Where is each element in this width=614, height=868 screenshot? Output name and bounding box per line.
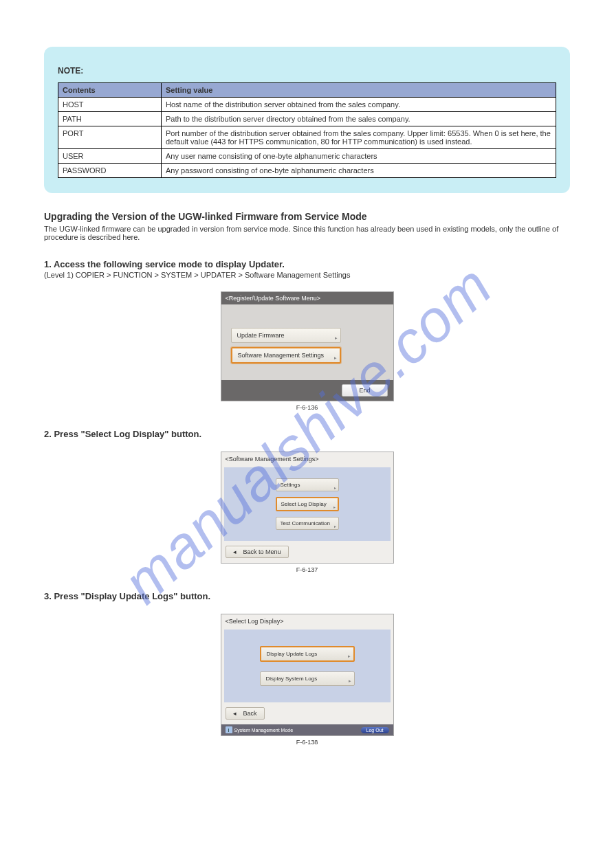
button-label: Log Out [366,728,384,733]
button-label: Back [243,710,257,717]
button-label: Display Update Logs [267,651,318,657]
button-label: Settings [281,482,300,488]
software-management-settings-button[interactable]: Software Management Settings ▸ [231,347,341,364]
end-button[interactable]: End [342,384,387,397]
chevron-right-icon: ▸ [334,485,336,490]
step-3-title: 3. Press "Display Update Logs" button. [44,591,570,601]
button-label: Back to Menu [243,548,281,555]
chevron-left-icon: ◂ [233,710,237,717]
note-table: Contents Setting value HOST Host name of… [58,82,556,178]
table-row: PASSWORD Any password consisting of one-… [58,164,556,178]
settings-button[interactable]: Settings ▸ [276,478,339,491]
cell-val: Any password consisting of one-byte alph… [162,164,556,178]
step-2-title: 2. Press "Select Log Display" button. [44,429,570,439]
button-label: Update Firmware [237,332,285,339]
status-text: System Management Mode [234,728,294,733]
figure-3-caption: F-6-138 [221,739,394,746]
test-communication-button[interactable]: Test Communication ▸ [276,517,339,530]
button-label: Software Management Settings [238,352,325,359]
button-label: Select Log Display [281,501,327,507]
figure-1: <Register/Update Software Menu> Update F… [221,291,394,411]
button-label: Display System Logs [266,676,318,682]
back-to-menu-button[interactable]: ◂ Back to Menu [226,546,289,558]
cell-val: Any user name consisting of one-byte alp… [162,149,556,164]
note-box: NOTE: Contents Setting value HOST Host n… [44,47,570,193]
chevron-right-icon: ▸ [334,524,336,528]
figure-2: <Software Management Settings> Settings … [221,452,394,573]
chevron-right-icon: ▸ [349,678,351,684]
update-firmware-button[interactable]: Update Firmware ▸ [231,328,341,343]
table-row: HOST Host name of the distribution serve… [58,98,556,112]
chevron-right-icon: ▸ [335,335,338,341]
display-system-logs-button[interactable]: Display System Logs ▸ [260,671,355,686]
button-label: Test Communication [281,520,330,526]
table-header-value: Setting value [162,83,556,98]
chevron-right-icon: ▸ [333,504,336,509]
panel3-header: <Select Log Display> [221,614,393,628]
cell-val: Port number of the distribution server o… [162,126,556,149]
table-row: PATH Path to the distribution server dir… [58,112,556,126]
back-button[interactable]: ◂ Back [226,707,265,720]
section-heading: Upgrading the Version of the UGW-linked … [44,211,570,222]
chevron-left-icon: ◂ [233,548,237,555]
figure-2-caption: F-6-137 [221,566,394,573]
figure-3: <Select Log Display> Display Update Logs… [221,614,394,746]
cell-val: Path to the distribution server director… [162,112,556,126]
logout-button[interactable]: Log Out [361,727,389,733]
cell-key: PORT [58,126,162,149]
panel1-header: <Register/Update Software Menu> [221,292,393,304]
figure-1-caption: F-6-136 [221,404,394,411]
panel2-header: <Software Management Settings> [221,452,393,466]
table-header-contents: Contents [58,83,162,98]
table-row: PORT Port number of the distribution ser… [58,126,556,149]
cell-key: PATH [58,112,162,126]
cell-key: USER [58,149,162,164]
button-label: End [359,387,370,394]
cell-key: PASSWORD [58,164,162,178]
section-intro: The UGW-linked firmware can be upgraded … [44,225,570,241]
step-1-title: 1. Access the following service mode to … [44,259,570,269]
display-update-logs-button[interactable]: Display Update Logs ▸ [260,646,355,662]
step-1-body: (Level 1) COPIER > FUNCTION > SYSTEM > U… [44,271,570,279]
chevron-right-icon: ▸ [348,654,351,659]
table-row: USER Any user name consisting of one-byt… [58,149,556,164]
chevron-right-icon: ▸ [334,355,337,361]
select-log-display-button[interactable]: Select Log Display ▸ [276,497,339,511]
status-info-icon: i [226,726,232,733]
note-title: NOTE: [58,66,556,76]
cell-key: HOST [58,98,162,112]
status-bar: i System Management Mode Log Out [221,724,393,735]
cell-val: Host name of the distribution server obt… [162,98,556,112]
